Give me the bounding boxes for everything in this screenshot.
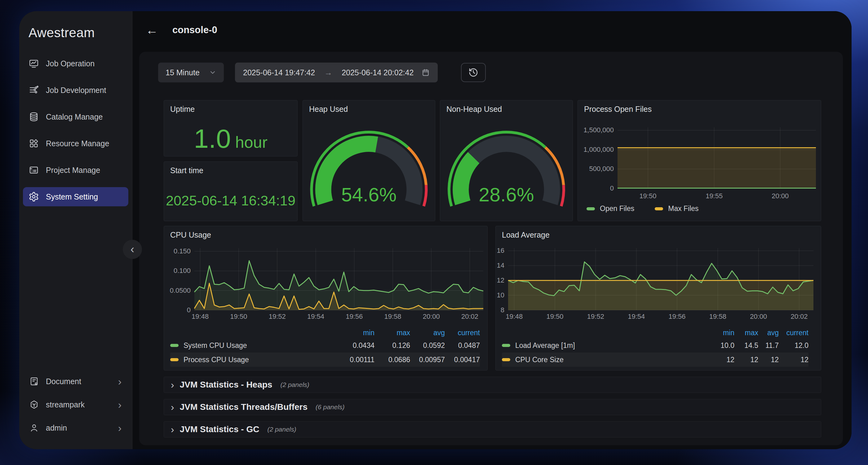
components-icon [29,138,39,149]
sidebar-footer: Document›streampark›admin› [19,371,132,441]
sidebar-footer-item-admin[interactable]: admin› [24,418,128,438]
sidebar-item-label: Project Manage [46,166,100,175]
cpu-usage-chart[interactable]: 00.05000.1000.15019:4819:5019:5219:5419:… [164,226,487,370]
legend-stat-header[interactable]: current [445,329,480,337]
legend-stat-value: 12.0 [779,341,808,350]
sidebar-item-label: Job Operation [46,59,95,68]
x-axis-tick: 19:55 [706,192,723,200]
x-axis-tick: 19:48 [192,312,209,321]
row-title: JVM Statistics Threads/Buffers [180,402,308,412]
legend-stat-value: 0.0592 [410,341,445,350]
series-label: Process CPU Usage [184,356,249,364]
sidebar-menu: Job OperationJob DevelopmentCatalog Mana… [19,54,132,214]
x-axis-tick: 19:50 [230,312,247,321]
series-label: System CPU Usage [184,341,247,350]
dashboard-row-jvm-statistics-gc[interactable]: ›JVM Statistics - GC(2 panels) [164,421,821,437]
row-panel-count: (6 panels) [316,403,344,411]
y-axis-tick: 1,000,000 [578,145,614,154]
arrow-right-icon: → [324,68,332,77]
legend-series[interactable]: Open Files [587,204,634,213]
sidebar-item-label: Catalog Manage [46,112,103,122]
sidebar-item-label: System Setting [46,192,98,201]
legend-stat-header[interactable]: max [734,329,758,337]
legend-series-row[interactable]: System CPU Usage0.04340.1260.05920.0487 [170,338,480,353]
panel-title: Start time [170,166,204,175]
folder-list-icon [29,165,39,175]
sidebar-footer-item-streampark[interactable]: streampark› [24,395,128,414]
back-arrow-icon[interactable]: ← [146,24,158,36]
legend: Open FilesMax Files [587,204,699,213]
load-plot-area[interactable] [508,248,813,310]
dashboard-row-jvm-statistics-threads-buffers[interactable]: ›JVM Statistics Threads/Buffers(6 panels… [164,399,821,415]
uptime-value: 1.0hour [164,123,297,154]
legend-stat-value: 0.0487 [445,341,480,350]
sidebar-item-job-development[interactable]: Job Development [23,80,128,100]
x-axis-tick: 19:56 [669,312,685,321]
y-axis-tick: 14 [496,262,504,269]
footer-item-label: admin [46,424,111,432]
x-axis-tick: 19:58 [384,312,401,321]
y-axis-tick: 0.100 [164,267,191,275]
legend-stat-header[interactable]: current [779,329,808,337]
legend-stat-header[interactable]: max [374,329,410,337]
legend-series-row[interactable]: CPU Core Size12121212 [502,353,808,367]
open-files-chart[interactable]: 0500,0001,000,0001,500,00019:5019:5520:0… [578,100,821,221]
load-average-chart[interactable]: 81012141619:4819:5019:5219:5419:5619:582… [496,226,821,370]
series-label: CPU Core Size [515,356,564,364]
y-axis-tick: 0.0500 [164,287,191,295]
datetime-range-picker[interactable]: 2025-06-14 19:47:42 → 2025-06-14 20:02:4… [235,63,438,82]
chevron-down-icon [209,69,216,76]
legend-stat-value: 14.5 [734,341,758,350]
sidebar-footer-item-document[interactable]: Document› [24,371,128,391]
document-icon [29,376,39,386]
panel-heap-used: Heap Used 54.6% [303,100,435,221]
sidebar-item-job-operation[interactable]: Job Operation [23,54,128,73]
monitor-chart-icon [29,58,39,69]
start-time-value: 2025-06-14 16:34:19 [164,193,297,209]
legend-series-row[interactable]: Load Average [1m]10.014.511.712.0 [502,338,808,353]
cpu-plot-area[interactable] [194,248,483,310]
series-swatch [502,344,510,347]
page-header: ← console-0 [133,11,851,49]
panel-process-open-files: Process Open Files 0500,0001,000,0001,50… [578,100,821,221]
sidebar-item-project-manage[interactable]: Project Manage [23,161,128,180]
time-range-dropdown[interactable]: 15 Minute [158,63,224,82]
legend-series[interactable]: Max Files [655,204,699,213]
y-axis-tick: 500,000 [578,165,614,173]
dashboard: 15 Minute 2025-06-14 19:47:42 → 2025-06-… [139,52,843,445]
legend-stat-header[interactable]: avg [410,329,445,337]
panel-title: Process Open Files [584,105,652,114]
x-axis-tick: 19:52 [269,312,286,321]
page-title: console-0 [173,25,217,36]
open_files-plot-area[interactable] [618,127,816,188]
main-area: ← console-0 15 Minute 2025-06-14 19:47:4… [133,11,851,449]
panel-uptime: Uptime 1.0hour [164,100,298,157]
panel-title: Heap Used [309,105,348,114]
calendar-icon [422,68,430,76]
x-axis-tick: 20:02 [461,312,478,321]
legend-header-row: minmaxavgcurrent [502,327,808,338]
sidebar-item-system-setting[interactable]: System Setting [23,187,128,206]
range-to: 2025-06-14 20:02:42 [342,68,413,77]
x-axis-tick: 19:48 [506,312,523,321]
legend-series-row[interactable]: Process CPU Usage0.001110.06860.009570.0… [170,353,480,367]
legend-stat-header[interactable]: min [710,329,734,337]
legend-stat-header[interactable]: avg [758,329,779,337]
sidebar-item-resource-manage[interactable]: Resource Manage [23,134,128,153]
series-swatch [170,344,179,347]
panel-start-time: Start time 2025-06-14 16:34:19 [164,161,298,221]
dashboard-row-jvm-statistics-heaps[interactable]: ›JVM Statistics - Heaps(2 panels) [164,377,821,393]
flow-icon [29,85,39,95]
series-label: Max Files [668,204,699,213]
range-from: 2025-06-14 19:47:42 [243,68,315,77]
panel-title: CPU Usage [170,231,211,239]
sidebar-collapse-button[interactable]: ‹ [123,240,142,259]
legend-stat-header[interactable]: min [339,329,374,337]
time-history-button[interactable] [461,63,486,82]
footer-item-label: streampark [46,400,111,409]
legend-stat-value: 12 [779,356,808,364]
x-axis-tick: 19:56 [346,312,363,321]
panel-title: Uptime [170,105,195,114]
x-axis-tick: 20:02 [790,312,808,321]
sidebar-item-catalog-manage[interactable]: Catalog Manage [23,107,128,126]
